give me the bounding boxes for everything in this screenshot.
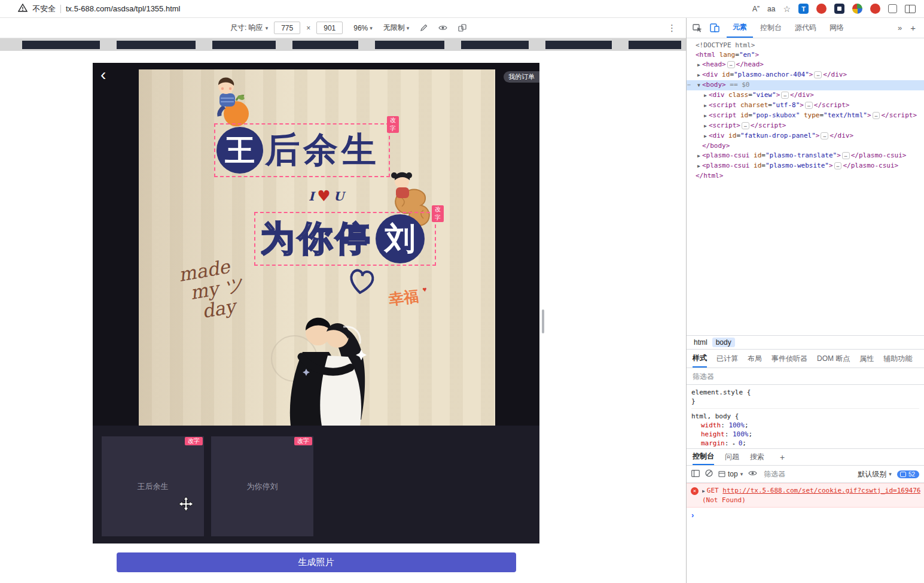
zoom-select[interactable]: 96% ▾ [353,24,373,32]
console-tab[interactable]: 问题 [725,449,739,465]
throttling-select[interactable]: 无限制 ▾ [383,23,410,33]
device-dimensions-select[interactable]: 尺寸: 响应 ▾ [230,23,268,33]
console-prompt-chevron[interactable]: › [687,508,924,523]
inline-expand-button[interactable]: … [842,152,850,159]
dom-tree-node[interactable]: ▶<head>…</head> [687,60,924,70]
my-orders-button[interactable]: 我的订单 [504,71,539,83]
red-extension-icon-2[interactable] [870,4,880,14]
dom-tree-node[interactable]: ▶<script>…</script> [687,121,924,131]
edit-text-tag[interactable]: 改字 [185,437,203,445]
bookmark-item[interactable] [292,41,358,49]
favorite-star-icon[interactable]: ☆ [783,4,791,14]
expand-arrow-icon[interactable]: ▶ [702,488,705,494]
styles-tab[interactable]: 事件侦听器 [771,350,807,368]
expand-arrow-icon[interactable]: ▶ [702,132,709,141]
title-text-selection[interactable]: 改字 王 后余生 [214,123,390,177]
url-text[interactable]: tx.5-688.com/asdsa/tpl/1355.html [66,4,181,13]
inline-expand-button[interactable]: … [805,102,813,109]
read-aloud-icon[interactable]: A” [752,5,760,13]
edit-text-tag[interactable]: 改字 [432,205,444,222]
security-warning-label[interactable]: 不安全 [32,4,56,14]
styles-tab[interactable]: 已计算 [716,350,738,368]
rule-selector[interactable]: html, body { [691,412,919,421]
inline-expand-button[interactable]: … [781,92,789,99]
console-messages-badge[interactable]: 52 [897,470,919,478]
edit-text-tag[interactable]: 改字 [294,437,312,445]
inline-expand-button[interactable]: … [821,132,828,139]
inspect-element-icon[interactable] [690,22,705,34]
devtools-tab[interactable]: 元素 [727,18,753,38]
dom-tree-node[interactable]: </body> [687,141,924,151]
back-button[interactable]: ‹ [100,66,106,83]
styles-tab[interactable]: 布局 [748,350,762,368]
edit-text-tag[interactable]: 改字 [387,116,399,133]
teams-extension-icon[interactable]: T [798,4,809,14]
styles-tab[interactable]: 样式 [693,350,707,368]
dom-tree-node[interactable]: </html> [687,171,924,181]
dark-extension-icon[interactable] [834,4,844,14]
bookmark-item[interactable] [117,41,196,49]
rule-selector[interactable]: element.style { [691,388,919,397]
red-extension-icon[interactable] [816,4,827,14]
console-error-message[interactable]: × ▶GET http://tx.5-688.com/set/cookie.gi… [687,483,924,508]
styles-tab[interactable]: DOM 断点 [817,350,850,368]
bookmark-item[interactable] [375,41,444,49]
expand-arrow-icon[interactable]: ▼ [696,81,702,90]
dom-tree-node[interactable]: ▶<plasmo-csui id="plasmo-translate">…</p… [687,151,924,161]
more-tabs-icon[interactable]: » [898,23,902,32]
console-filter-input[interactable] [763,469,831,479]
dom-tree-node[interactable]: ▶<plasmo-csui id="plasmo-website">…</pla… [687,161,924,171]
template-card[interactable]: 改字为你停刘 [211,436,313,536]
shorthand-expand-icon[interactable]: ▸ [733,441,739,447]
console-tab[interactable]: 控制台 [693,449,714,465]
viewport-resize-handle[interactable] [542,309,544,333]
subtitle-text-selection[interactable]: 改字 为你停 刘 [254,212,436,266]
breadcrumb-item[interactable]: body [712,338,735,347]
styles-tab[interactable]: 辅助功能 [883,350,912,368]
error-url-link[interactable]: http://tx.5-688.com/set/cookie.gif?cswtj… [722,487,920,494]
bookmark-item[interactable] [629,41,681,49]
edit-icon[interactable] [420,24,428,32]
log-levels-select[interactable]: 默认级别 ▾ [858,469,892,479]
console-sidebar-icon[interactable] [691,470,700,479]
colorful-extension-icon[interactable] [852,4,862,14]
console-tab[interactable]: 搜索 [750,449,764,465]
generate-photo-button[interactable]: 生成照片 [117,552,516,572]
collections-icon[interactable] [888,4,897,13]
devtools-tab[interactable]: 控制台 [754,18,788,38]
css-property[interactable]: width: 100%; [691,421,919,430]
viewport-width-input[interactable] [274,22,300,34]
font-size-icon[interactable]: aa [767,5,775,13]
device-toolbar-toggle-icon[interactable] [708,22,722,34]
css-property[interactable]: height: 100%; [691,430,919,439]
viewport-height-input[interactable] [316,22,343,34]
add-tab-icon[interactable]: + [910,23,916,33]
dom-tree-node[interactable]: ▶<div class="view">…</div> [687,90,924,101]
inline-expand-button[interactable]: … [742,122,749,129]
dom-tree-node[interactable]: ▶<div id="plasmo-anchor-404">…</div> [687,70,924,80]
bookmark-item[interactable] [545,41,612,49]
expand-arrow-icon[interactable]: ▶ [702,111,709,121]
styles-filter-input[interactable] [691,372,919,381]
inline-expand-button[interactable]: … [814,71,822,78]
eye-icon[interactable] [438,25,447,31]
dom-tree-node[interactable]: ▶<script charset="utf-8">…</script> [687,101,924,111]
javascript-context-select[interactable]: top ▾ [718,470,743,478]
css-property[interactable]: margin: ▸ 0; [691,439,919,448]
expand-arrow-icon[interactable]: ▶ [702,91,709,101]
expand-arrow-icon[interactable]: ▶ [696,60,702,70]
devtools-tab[interactable]: 源代码 [789,18,822,38]
devtools-tab[interactable]: 网络 [824,18,850,38]
dom-tree-node[interactable]: ▶<div id="fatkun-drop-panel">…</div> [687,131,924,141]
security-warning-icon[interactable] [18,4,28,14]
live-expression-eye-icon[interactable] [748,470,757,478]
dom-tree-node[interactable]: <html lang="en"> [687,50,924,60]
expand-arrow-icon[interactable]: ▶ [696,71,702,80]
breadcrumb-item[interactable]: html [690,338,711,347]
expand-arrow-icon[interactable]: ▶ [696,151,702,161]
template-card[interactable]: 改字王后余生 [102,436,204,536]
split-screen-icon[interactable] [905,5,916,13]
inline-expand-button[interactable]: … [834,162,842,169]
dom-tree-node[interactable]: ▶<script id="pop-skubox" type="text/html… [687,111,924,121]
device-toolbar-menu-icon[interactable]: ⋮ [667,23,676,34]
